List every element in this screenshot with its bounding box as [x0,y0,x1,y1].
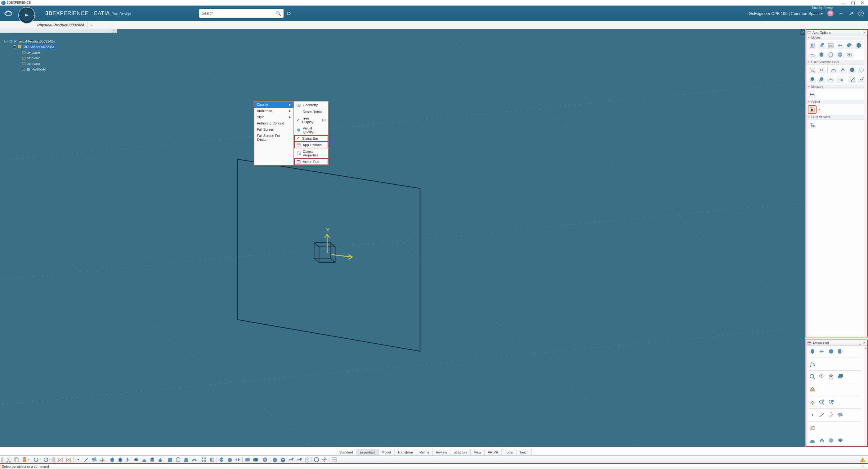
point-button[interactable] [809,411,816,419]
ctx-item-status-bar[interactable]: ✓Status Bar [294,135,328,142]
measure-button[interactable] [808,90,816,98]
document-tab[interactable]: Physical Product00092424 [34,22,88,29]
filter-button[interactable] [827,75,835,83]
grip-icon[interactable] [53,457,55,463]
ctx-item-full-screen[interactable]: Full Screen [254,126,293,133]
ctx-item-action-pad[interactable]: Action Pad [294,158,328,165]
search-input[interactable] [202,11,276,16]
rotate-button[interactable] [225,456,234,463]
panel-minimize-button[interactable]: _ [858,341,862,345]
bottom-tab[interactable]: Standard [336,449,357,455]
shaft-button[interactable] [124,456,132,463]
bottom-tab[interactable]: Touch [516,449,532,455]
mode-button[interactable]: 10.1 [827,41,835,49]
tree-body-node[interactable]: + PartBody [22,66,116,72]
tree-plane-node[interactable]: yz plane [22,55,116,61]
mode-button[interactable] [808,41,816,49]
bottom-tab[interactable]: Refine [416,449,433,455]
ordered-set-button[interactable] [295,456,303,463]
action-button[interactable] [827,373,835,381]
tree-plane-node[interactable]: zx plane [22,61,116,66]
toolbar-extra-button[interactable] [330,456,338,463]
warning-icon[interactable] [859,456,867,463]
update-button[interactable] [312,456,320,463]
ctx-item-object-properties[interactable]: Object Properties [294,148,328,158]
panel-minimize-button[interactable]: _ [858,31,862,34]
ctx-item-display[interactable]: Display▶ [254,101,293,108]
filter-button[interactable] [848,66,856,74]
action-button[interactable] [837,437,844,444]
multi-sec-button[interactable] [156,456,164,463]
expand-icon[interactable]: − [4,40,7,43]
body-insert-button[interactable] [279,456,287,463]
sketch-button[interactable] [809,424,816,432]
line-button[interactable] [818,411,826,419]
window-minimize-button[interactable]: — [841,0,845,5]
mirror-button[interactable] [208,456,216,463]
mode-button[interactable] [855,41,863,49]
insert-in-new-button[interactable] [303,456,311,463]
panel-scrollbar[interactable] [864,35,867,337]
mode-button[interactable] [827,51,835,59]
ctx-item-full-screen-for-design[interactable]: Full Screen For Design [254,133,293,143]
cut-button[interactable] [4,456,12,463]
groove-button[interactable] [132,456,140,463]
thick-button[interactable] [190,456,198,463]
section-measure[interactable]: ▾Measure [806,84,867,89]
ctx-item-authoring-context[interactable]: Authoring Context [254,120,293,126]
bottom-tab[interactable]: AR-VR [485,449,502,455]
mode-button[interactable] [845,41,854,49]
ctx-item-geometry[interactable]: Geometry [294,101,328,108]
section-filter-variants[interactable]: ▾Filter Variants [806,115,867,119]
filter-button[interactable] [817,66,826,74]
rib-button[interactable] [140,456,148,463]
hole-button[interactable] [148,456,156,463]
filter-button[interactable] [808,75,816,83]
pad-button[interactable] [108,456,116,463]
filter-button[interactable] [830,66,838,74]
user-avatar[interactable]: TR [827,10,834,17]
expand-icon[interactable]: + [22,68,25,71]
context-selector[interactable]: GoEngineer CPE 166 | Common Space ▾ [749,11,823,16]
viewport-expand-button[interactable]: ⤢ [800,29,805,35]
action-button[interactable] [827,348,835,355]
section-select[interactable]: ▾Select [806,100,867,104]
ctx-item-visual-quality[interactable]: Visual Quality... [294,125,328,135]
mode-button[interactable] [817,41,826,49]
bool-add-button[interactable] [243,456,251,463]
axis-system-button[interactable] [98,456,106,463]
add-icon[interactable]: ＋ [838,9,844,18]
action-button[interactable] [818,373,826,381]
panel-close-button[interactable]: ✕ [862,341,866,345]
mode-button[interactable] [836,51,844,59]
fillet-button[interactable] [166,456,174,463]
action-button[interactable] [809,348,816,355]
bottom-tab[interactable]: Essentials [356,449,378,455]
filter-button[interactable] [848,75,856,83]
line-button[interactable] [82,456,90,463]
bottom-tab[interactable]: Review [433,449,451,455]
search-box[interactable]: 🔍 [199,9,283,18]
select-dropdown[interactable] [817,106,821,114]
pocket-button[interactable] [116,456,124,463]
mode-button[interactable] [845,51,854,59]
plane-button[interactable] [837,411,844,419]
bottom-tab[interactable]: Structure [451,449,471,455]
action-button[interactable] [818,437,826,444]
select-button[interactable] [808,106,816,114]
filter-button[interactable] [836,75,844,83]
symmetry-button[interactable] [234,456,242,463]
axis-button[interactable] [827,411,835,419]
panel-scrollbar[interactable]: ▴ [864,346,867,446]
ctx-item-ambience[interactable]: Ambience▶ [254,108,293,114]
filter-button[interactable] [839,66,847,74]
formula-button[interactable]: ƒx [809,360,816,368]
ds-logo-icon[interactable] [3,7,14,18]
draft-button[interactable] [182,456,190,463]
share-icon[interactable]: ↗ [848,10,854,17]
tag-icon[interactable]: ⌂ [286,11,293,15]
pattern-button[interactable] [200,456,208,463]
material-button[interactable] [261,456,269,463]
window-maximize-button[interactable]: ▢ [851,0,855,5]
axis-grid-button[interactable] [320,456,329,463]
